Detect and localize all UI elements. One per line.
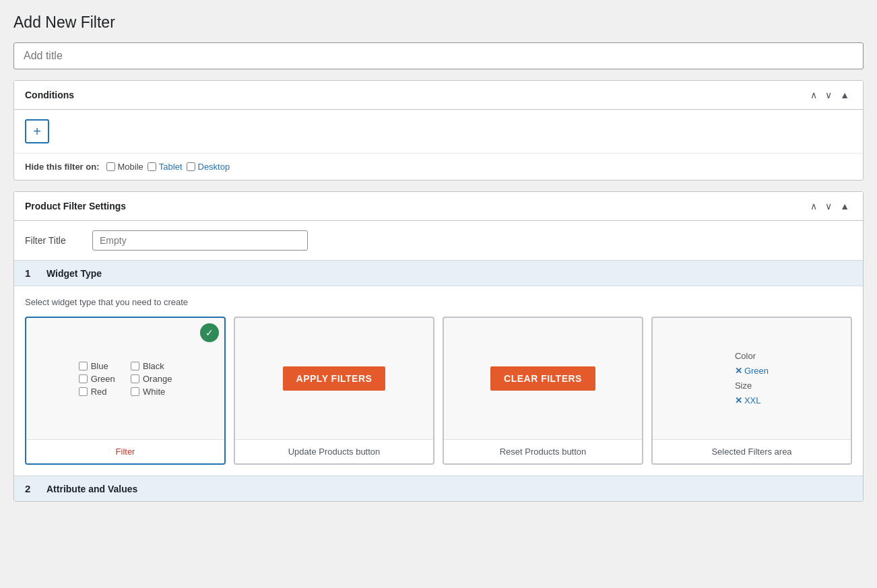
product-filter-collapse-down-btn[interactable]: ∨ — [822, 200, 835, 212]
filter-item-red: Red — [79, 387, 120, 397]
selected-badge: ✓ — [200, 323, 219, 342]
color-label: Color — [735, 351, 756, 361]
filter-title-field[interactable] — [92, 230, 308, 251]
hide-filter-row: Hide this filter on: Mobile Tablet Deskt… — [14, 153, 863, 180]
checkbox-orange — [131, 374, 139, 383]
filter-label-blue: Blue — [91, 361, 108, 371]
checkmark-icon: ✓ — [205, 327, 214, 338]
filter-label-red: Red — [91, 387, 107, 397]
conditions-panel-title: Conditions — [25, 90, 74, 100]
widget-card-update-products[interactable]: APPLY FILTERS Update Products button — [234, 317, 434, 465]
checkbox-blue — [79, 362, 88, 370]
clear-filters-preview-button: CLEAR FILTERS — [490, 366, 595, 391]
size-value-row: ✕XXL — [735, 393, 769, 408]
filter-title-row: Filter Title — [14, 221, 863, 251]
page-title: Add New Filter — [13, 13, 864, 32]
hide-desktop-label[interactable]: Desktop — [187, 162, 230, 172]
attribute-section-row: 2 Attribute and Values — [14, 476, 863, 501]
widget-card-filter-footer: Filter — [26, 439, 224, 463]
hide-mobile-label[interactable]: Mobile — [106, 162, 143, 172]
filter-label-orange: Orange — [143, 374, 172, 384]
widget-card-update-content: APPLY FILTERS — [235, 318, 433, 439]
product-filter-toggle-btn[interactable]: ▲ — [837, 200, 852, 212]
product-filter-panel-header: Product Filter Settings ∧ ∨ ▲ — [14, 192, 863, 221]
hide-desktop-text: Desktop — [198, 162, 230, 172]
filter-item-green: Green — [79, 374, 120, 384]
size-remove-icon: ✕ — [735, 395, 742, 405]
widget-card-selected-filters[interactable]: Color ✕Green Size ✕XXL — [651, 317, 852, 465]
widget-card-selected-footer: Selected Filters area — [653, 439, 851, 463]
filter-item-black: Black — [131, 361, 172, 371]
product-filter-panel-title: Product Filter Settings — [25, 201, 126, 211]
widget-type-area: Select widget type that you need to crea… — [14, 286, 863, 476]
widget-card-update-footer: Update Products button — [235, 439, 433, 463]
checkbox-green — [79, 374, 88, 383]
filter-item-orange: Orange — [131, 374, 172, 384]
product-filter-collapse-up-btn[interactable]: ∧ — [808, 200, 820, 212]
widget-card-reset-products[interactable]: CLEAR FILTERS Reset Products button — [443, 317, 643, 465]
conditions-panel-header: Conditions ∧ ∨ ▲ — [14, 81, 863, 110]
hide-tablet-label[interactable]: Tablet — [148, 162, 183, 172]
conditions-collapse-down-btn[interactable]: ∨ — [822, 89, 835, 101]
widget-card-selected-content: Color ✕Green Size ✕XXL — [653, 318, 851, 439]
conditions-toggle-btn[interactable]: ▲ — [837, 89, 852, 101]
widget-type-section-row: 1 Widget Type — [14, 260, 863, 286]
selected-filters-preview: Color ✕Green Size ✕XXL — [735, 349, 769, 408]
color-value: Green — [744, 366, 769, 376]
conditions-panel: Conditions ∧ ∨ ▲ + Hide this filter on: … — [13, 80, 864, 181]
size-value: XXL — [744, 395, 761, 405]
filter-label-green: Green — [91, 374, 115, 384]
attribute-section-label: Attribute and Values — [46, 484, 137, 494]
product-filter-panel-controls: ∧ ∨ ▲ — [808, 200, 852, 212]
hide-tablet-text: Tablet — [159, 162, 183, 172]
hide-filter-label: Hide this filter on: — [25, 162, 100, 172]
widget-cards-container: ✓ Blue Black — [25, 317, 852, 465]
product-filter-settings-panel: Product Filter Settings ∧ ∨ ▲ Filter Tit… — [13, 191, 864, 502]
color-value-row: ✕Green — [735, 364, 769, 379]
widget-card-filter[interactable]: ✓ Blue Black — [25, 317, 226, 465]
widget-type-section-number: 1 — [25, 267, 38, 279]
filter-title-input[interactable] — [13, 42, 864, 69]
color-filter-row: Color — [735, 349, 769, 364]
widget-card-reset-content: CLEAR FILTERS — [444, 318, 642, 439]
filter-title-label: Filter Title — [25, 235, 79, 246]
checkbox-white — [131, 387, 139, 396]
widget-card-reset-footer: Reset Products button — [444, 439, 642, 463]
hide-mobile-checkbox[interactable] — [106, 162, 115, 171]
filter-label-black: Black — [143, 361, 164, 371]
color-remove-icon: ✕ — [735, 366, 742, 376]
size-label: Size — [735, 381, 752, 391]
hide-desktop-checkbox[interactable] — [187, 162, 195, 171]
size-filter-row: Size — [735, 379, 769, 393]
conditions-panel-body: + — [14, 110, 863, 153]
filter-item-blue: Blue — [79, 361, 120, 371]
hide-mobile-text: Mobile — [118, 162, 143, 172]
apply-filters-preview-button: APPLY FILTERS — [283, 366, 386, 391]
filter-preview: Blue Black Green — [79, 361, 172, 397]
add-condition-button[interactable]: + — [25, 119, 49, 143]
checkbox-black — [131, 362, 139, 370]
widget-type-description: Select widget type that you need to crea… — [25, 297, 852, 307]
widget-type-section-label: Widget Type — [46, 268, 102, 279]
filter-item-white: White — [131, 387, 172, 397]
checkbox-red — [79, 387, 88, 396]
hide-tablet-checkbox[interactable] — [148, 162, 156, 171]
filter-label-white: White — [143, 387, 165, 397]
conditions-collapse-up-btn[interactable]: ∧ — [808, 89, 820, 101]
attribute-section-number: 2 — [25, 483, 38, 494]
conditions-panel-controls: ∧ ∨ ▲ — [808, 89, 852, 101]
widget-card-filter-content: ✓ Blue Black — [26, 318, 224, 439]
